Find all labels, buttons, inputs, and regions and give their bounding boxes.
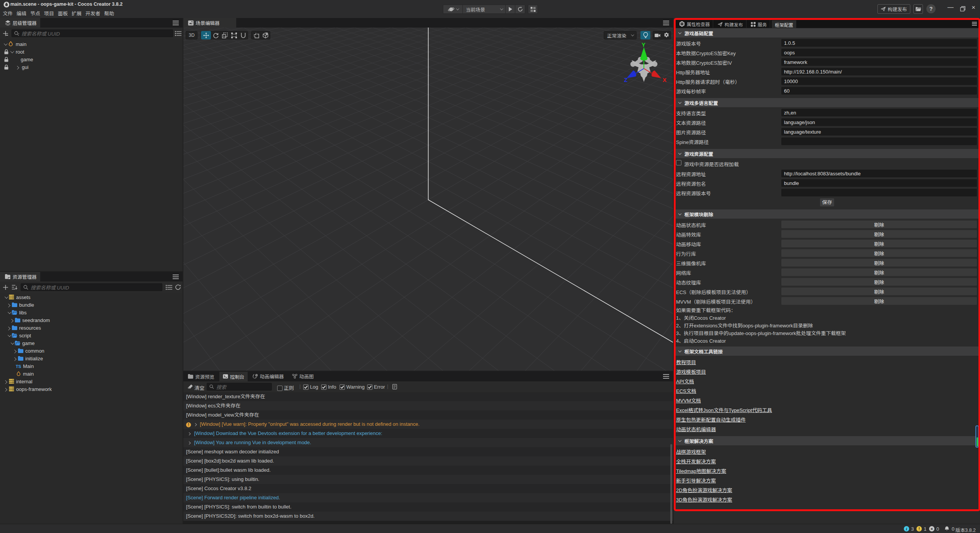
svg-text:X: X: [663, 77, 666, 83]
svg-text:TS: TS: [16, 364, 21, 368]
svg-text:Y: Y: [642, 42, 645, 48]
svg-text:Z: Z: [624, 77, 627, 83]
